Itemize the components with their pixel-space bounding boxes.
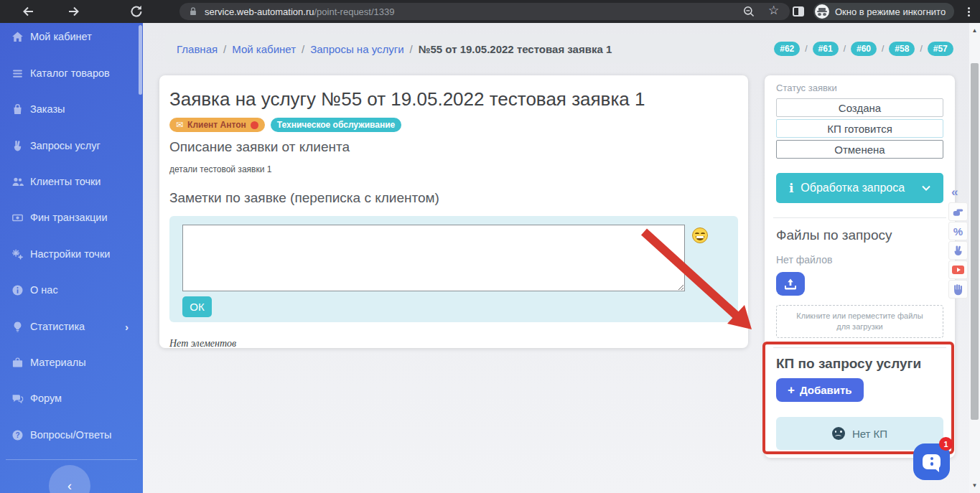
sidebar-item-materials[interactable]: Материалы	[11, 355, 137, 370]
sidebar-item-about[interactable]: О нас	[11, 282, 137, 298]
youtube-icon[interactable]	[948, 260, 968, 279]
description-text: детали тестовой заявки 1	[169, 164, 738, 174]
sidebar-item-faq[interactable]: Вопросы/Ответы	[11, 427, 137, 443]
incognito-icon	[815, 4, 829, 19]
request-card: Заявка на услугу №55 от 19.05.2022 тесто…	[159, 75, 748, 348]
chevron-down-icon	[922, 185, 930, 191]
faq-question-icon	[11, 429, 24, 441]
request-badge[interactable]: #61	[813, 42, 839, 56]
page-content: Главная / Мой кабинет / Запросы на услуг…	[143, 23, 969, 493]
divider	[773, 347, 946, 348]
notes-panel: ОК	[169, 216, 738, 322]
service-type-badge[interactable]: Техническое обслуживание	[271, 118, 402, 132]
chat-bubble-icon	[923, 454, 941, 469]
file-dropzone[interactable]: Кликните или переместите файлы для загру…	[776, 305, 943, 338]
request-badge[interactable]: #60	[851, 42, 877, 56]
materials-briefcase-icon	[11, 357, 24, 369]
status-dot-icon	[251, 121, 258, 129]
browser-forward-button[interactable]	[66, 4, 80, 19]
breadcrumb-link-home[interactable]: Главная	[177, 43, 218, 55]
status-label: Статус заявки	[776, 83, 943, 93]
browser-toolbar: service.web-automation.ru/point-request/…	[0, 0, 980, 23]
collapse-chevrons-icon[interactable]: «	[951, 185, 958, 199]
request-badge[interactable]: #58	[889, 42, 915, 56]
page-url[interactable]: service.web-automation.ru/point-request/…	[205, 6, 395, 17]
upload-button[interactable]	[776, 272, 805, 296]
status-option-created[interactable]: Создана	[776, 98, 943, 117]
status-option-cancelled[interactable]: Отменена	[776, 140, 943, 159]
breadcrumb-link-requests[interactable]: Запросы на услуги	[310, 43, 403, 55]
browser-menu-icon[interactable]	[962, 5, 975, 18]
scroll-up-icon[interactable]: ▲	[969, 27, 980, 34]
sidebar-item-service-requests[interactable]: Запросы услуг	[11, 138, 137, 154]
chevron-left-icon: ‹	[67, 479, 72, 493]
clients-users-icon	[11, 176, 24, 188]
address-bar[interactable]: service.web-automation.ru/point-request/…	[179, 3, 790, 20]
kp-heading: КП по запросу услуги	[776, 356, 943, 372]
sidebar-item-catalog[interactable]: Каталог товаров	[11, 65, 137, 81]
breadcrumb: Главная / Мой кабинет / Запросы на услуг…	[165, 34, 760, 63]
percent-icon[interactable]: %	[948, 222, 968, 240]
sidebar-item-forum[interactable]: Форум	[11, 390, 137, 406]
empty-notes-text: Нет элементов	[169, 338, 738, 349]
hand-palm-icon[interactable]	[948, 280, 968, 299]
client-badge[interactable]: ✉ Клиент Антон	[169, 118, 265, 132]
orders-bag-icon	[11, 103, 24, 116]
scroll-down-icon[interactable]: ▼	[969, 482, 980, 489]
page-scrollbar[interactable]: ▲ ▼	[969, 23, 980, 493]
add-kp-button[interactable]: + Добавить	[776, 378, 864, 402]
status-option-kp-preparing[interactable]: КП готовится	[776, 119, 943, 138]
incognito-badge: Окно в режиме инкогнито	[813, 3, 954, 20]
sidebar-item-orders[interactable]: Заказы	[11, 101, 137, 117]
sidebar-item-my-cabinet[interactable]: Мой кабинет	[11, 29, 137, 44]
screenshot-root: service.web-automation.ru/point-request/…	[0, 0, 980, 493]
chevron-right-icon: ›	[125, 321, 129, 333]
request-badge[interactable]: #57	[928, 42, 953, 56]
info-icon	[11, 284, 24, 296]
browser-back-button[interactable]	[22, 4, 36, 19]
no-kp-text: Нет КП	[852, 428, 887, 440]
sidebar-scrollbar[interactable]	[139, 25, 142, 95]
request-badge[interactable]: #62	[774, 42, 800, 56]
sidebar-item-clients[interactable]: Клиенты точки	[11, 174, 137, 189]
service-requests-hand-icon	[11, 140, 24, 152]
chat-notification-badge: 1	[939, 437, 953, 451]
statistics-bulb-icon	[11, 321, 24, 333]
forum-chat-icon	[11, 393, 24, 405]
ok-button[interactable]: ОК	[182, 296, 212, 317]
page-title: Заявка на услугу №55 от 19.05.2022 тесто…	[169, 88, 738, 111]
plus-icon: +	[788, 383, 795, 398]
catalog-icon	[11, 67, 24, 80]
home-icon	[11, 31, 24, 43]
description-heading: Описание заявки от клиента	[169, 139, 738, 155]
sidebar-item-statistics[interactable]: Статистика›	[11, 319, 137, 334]
info-icon: i	[789, 181, 793, 195]
files-heading: Файлы по запросу	[776, 227, 943, 243]
browser-reload-button[interactable]	[129, 4, 144, 19]
envelope-icon: ✉	[176, 120, 183, 130]
sidebar-item-settings[interactable]: Настройки точки	[11, 246, 137, 262]
transactions-money-icon	[11, 212, 24, 224]
hand-point-icon[interactable]	[948, 202, 968, 221]
scrollbar-thumb[interactable]	[971, 63, 979, 420]
breadcrumb-link-cabinet[interactable]: Мой кабинет	[232, 43, 296, 55]
lock-icon[interactable]	[188, 6, 198, 17]
hand-victory-icon[interactable]	[948, 241, 968, 260]
sidebar-item-transactions[interactable]: Фин транзакции	[11, 210, 137, 225]
sad-face-icon	[832, 427, 845, 440]
divider	[773, 217, 946, 218]
sidebar-divider	[6, 459, 137, 460]
request-side-panel: Статус заявки Создана КП готовится Отмен…	[765, 75, 955, 458]
side-panel-icon[interactable]	[793, 6, 804, 17]
zoom-icon[interactable]	[742, 5, 755, 18]
notes-textarea[interactable]	[182, 225, 685, 291]
emoji-picker-icon[interactable]	[692, 227, 708, 243]
sidebar-collapse-button[interactable]: ‹	[49, 465, 90, 493]
process-request-button[interactable]: i Обработка запроса	[776, 173, 943, 203]
request-number-badges: #62/ #61/ #60/ #58/ #57	[774, 34, 953, 63]
upload-icon	[784, 278, 797, 291]
edge-toolbar: %	[948, 202, 968, 299]
no-files-text: Нет файлов	[776, 254, 943, 266]
notes-heading: Заметки по заявке (переписка с клиентом)	[169, 190, 738, 206]
bookmark-star-icon[interactable]: ☆	[768, 3, 779, 18]
